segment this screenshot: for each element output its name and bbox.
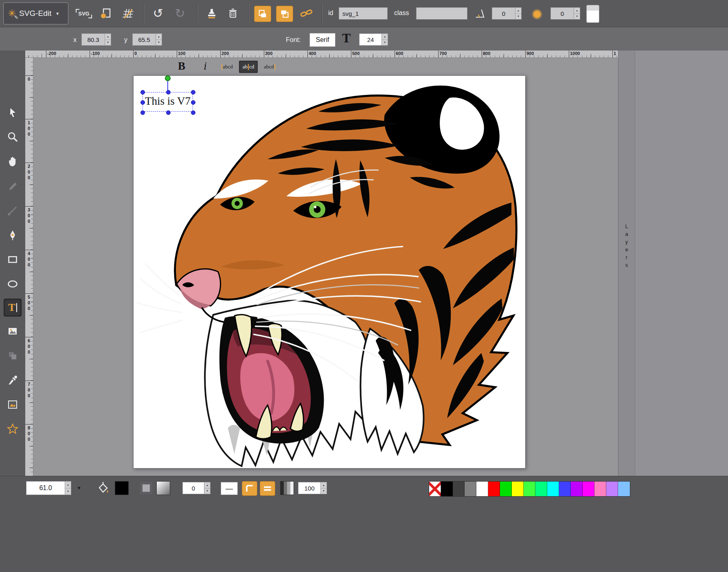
font-family-select[interactable]: Serif	[309, 33, 335, 47]
ellipse-tool-button[interactable]	[4, 275, 22, 293]
palette-swatch[interactable]	[618, 482, 630, 496]
main-menu-button[interactable]: ✳✎ SVG-Edit ▼	[3, 2, 68, 24]
edit-source-button[interactable]: SVG	[75, 4, 93, 22]
text-anchor-middle-button[interactable]: abcd	[239, 61, 258, 73]
palette-swatch[interactable]	[535, 482, 547, 496]
spin-down-icon[interactable]: ▼	[321, 488, 327, 494]
palette-swatch[interactable]	[488, 482, 500, 496]
palette-swatch[interactable]	[559, 482, 571, 496]
stroke-color-swatch[interactable]	[156, 481, 170, 495]
resize-handle-se[interactable]	[191, 110, 195, 115]
palette-swatch[interactable]	[441, 482, 453, 496]
spin-down-icon[interactable]: ▼	[204, 488, 210, 494]
ruler-label: 0	[134, 51, 137, 56]
spin-down-icon[interactable]: ▼	[105, 40, 111, 46]
y-input[interactable]	[132, 33, 156, 46]
make-link-button[interactable]	[298, 4, 316, 22]
palette-swatch-none[interactable]	[429, 482, 441, 496]
resize-handle-sw[interactable]	[140, 110, 145, 115]
clone-tool-button[interactable]	[4, 347, 22, 365]
palette-swatch[interactable]	[547, 482, 559, 496]
stroke-width-input[interactable]	[182, 482, 204, 494]
background-color-swatch[interactable]	[586, 5, 599, 23]
angle-input[interactable]	[492, 7, 515, 20]
editor-preferences-button[interactable]	[119, 4, 137, 22]
palette-swatch[interactable]	[465, 482, 476, 496]
delete-button[interactable]	[224, 4, 242, 22]
clone-button[interactable]	[203, 4, 221, 22]
document-properties-button[interactable]	[97, 4, 115, 22]
spin-up-icon[interactable]: ▲	[515, 8, 521, 14]
image-library-tool-button[interactable]	[4, 396, 22, 414]
select-tool-button[interactable]	[4, 103, 22, 121]
selected-text-element[interactable]: This is V7	[145, 95, 191, 108]
zoom-input[interactable]	[26, 481, 65, 495]
ruler-label: 500	[26, 295, 31, 312]
zoom-dropdown-caret[interactable]: ▼	[77, 485, 81, 491]
text-tool-button[interactable]: T	[4, 299, 22, 317]
opacity-input[interactable]	[298, 482, 321, 494]
image-tool-button[interactable]	[4, 322, 22, 340]
spin-down-icon[interactable]: ▼	[65, 488, 71, 495]
palette-swatch[interactable]	[524, 482, 535, 496]
spin-up-icon[interactable]: ▲	[204, 482, 210, 488]
spin-up-icon[interactable]: ▲	[105, 34, 111, 40]
stamp-icon	[206, 7, 218, 20]
path-tool-button[interactable]	[4, 226, 22, 244]
id-input[interactable]	[339, 7, 388, 20]
palette-swatch[interactable]	[594, 482, 606, 496]
spin-down-icon[interactable]: ▼	[515, 14, 521, 20]
palette-swatch[interactable]	[453, 482, 465, 496]
blur-input[interactable]	[550, 7, 574, 20]
spin-up-icon[interactable]: ▲	[65, 482, 71, 488]
fill-color-swatch[interactable]	[115, 481, 129, 495]
shape-library-tool-button[interactable]	[4, 420, 22, 438]
move-to-bottom-button[interactable]	[254, 6, 271, 22]
spin-down-icon[interactable]: ▼	[574, 14, 580, 20]
redo-button[interactable]: ↻	[171, 4, 189, 22]
spin-up-icon[interactable]: ▲	[382, 34, 388, 40]
resize-handle-e[interactable]	[191, 100, 195, 105]
eyedropper-tool-button[interactable]	[4, 371, 22, 389]
bold-button[interactable]: B	[174, 58, 189, 74]
line-tool-button[interactable]	[4, 202, 22, 220]
italic-button[interactable]: i	[198, 58, 213, 74]
stroke-style-value: —	[226, 484, 233, 493]
rect-tool-button[interactable]	[4, 251, 22, 268]
stroke-style-select[interactable]: —	[221, 482, 238, 495]
class-input[interactable]	[416, 7, 467, 20]
palette-swatch[interactable]	[476, 482, 488, 496]
spin-down-icon[interactable]: ▼	[382, 40, 388, 46]
palette-swatch[interactable]	[606, 482, 618, 496]
pan-tool-button[interactable]	[4, 152, 22, 170]
text-anchor-end-button[interactable]: abcd	[260, 61, 279, 73]
resize-handle-s[interactable]	[166, 110, 171, 115]
resize-handle-w[interactable]	[140, 100, 145, 105]
undo-button[interactable]: ↺	[149, 4, 167, 22]
spin-up-icon[interactable]: ▲	[574, 8, 580, 14]
rotation-handle[interactable]	[165, 75, 171, 81]
linejoin-button[interactable]	[242, 481, 257, 496]
spin-up-icon[interactable]: ▲	[156, 34, 162, 40]
resize-handle-ne[interactable]	[191, 90, 195, 95]
text-anchor-start-button[interactable]: abcd	[218, 61, 237, 73]
svg-canvas[interactable]: This is V7	[133, 75, 526, 469]
spin-up-icon[interactable]: ▲	[321, 482, 327, 488]
palette-swatch[interactable]	[583, 482, 594, 496]
resize-handle-nw[interactable]	[140, 90, 145, 95]
font-size-input[interactable]	[359, 33, 382, 46]
resize-handle-n[interactable]	[166, 90, 171, 95]
palette-swatch[interactable]	[512, 482, 524, 496]
x-input[interactable]	[81, 33, 105, 46]
tiger-artwork[interactable]	[134, 76, 525, 468]
palette-swatch[interactable]	[571, 482, 583, 496]
linecap-button[interactable]	[260, 481, 275, 496]
palette-swatch[interactable]	[500, 482, 512, 496]
layers-panel-toggle[interactable]: Layers	[618, 51, 635, 476]
ruler-label: 100	[26, 120, 31, 137]
move-to-top-button[interactable]	[276, 6, 293, 22]
pencil-tool-button[interactable]	[4, 178, 22, 196]
ruler-label: 400	[26, 251, 31, 268]
zoom-tool-button[interactable]	[4, 128, 22, 146]
spin-down-icon[interactable]: ▼	[156, 40, 162, 46]
